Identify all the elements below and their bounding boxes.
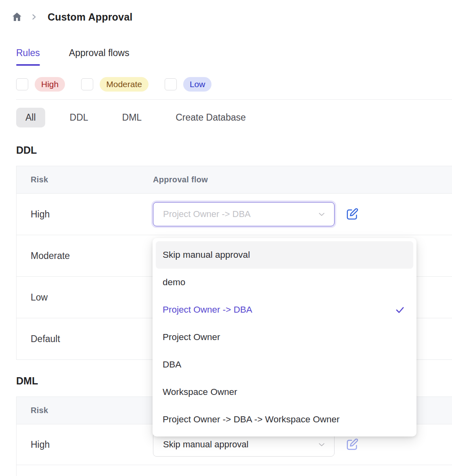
ddl-row-default-label: Default	[17, 334, 153, 344]
dml-col-risk: Risk	[17, 406, 153, 415]
dropdown-item-project-owner-dba[interactable]: Project Owner -> DBA	[156, 296, 413, 324]
active-tab-underline	[16, 64, 40, 66]
dropdown-item-dba[interactable]: DBA	[156, 351, 413, 378]
dml-row-high-label: High	[17, 439, 153, 450]
edit-pencil-icon	[345, 437, 359, 452]
category-ddl[interactable]: DDL	[61, 108, 98, 127]
dml-high-edit-flow-button[interactable]	[345, 437, 359, 452]
dml-row-next-clipped	[17, 465, 452, 476]
ddl-row-moderate-label: Moderate	[17, 251, 153, 261]
dropdown-item-workspace-owner[interactable]: Workspace Owner	[156, 378, 413, 406]
ddl-table-header: Risk Approval flow	[17, 166, 452, 194]
approval-flow-dropdown-menu: Skip manual approval demo Project Owner …	[153, 238, 416, 436]
tab-approval-flows[interactable]: Approval flows	[69, 48, 130, 66]
breadcrumb-chevron-icon	[30, 13, 38, 21]
moderate-badge: Moderate	[100, 77, 149, 92]
check-icon	[395, 305, 405, 315]
dropdown-item-project-owner-dba-workspace-owner[interactable]: Project Owner -> DBA -> Workspace Owner	[156, 406, 413, 433]
ddl-col-approval-flow: Approval flow	[153, 175, 208, 184]
dml-high-select-value: Skip manual approval	[163, 439, 249, 450]
tab-bar: Rules Approval flows	[16, 48, 452, 66]
home-icon[interactable]	[11, 11, 23, 23]
category-all[interactable]: All	[16, 108, 45, 127]
page-title: Custom Approval	[48, 11, 132, 23]
moderate-checkbox[interactable]	[81, 78, 93, 90]
ddl-high-edit-flow-button[interactable]	[345, 207, 359, 221]
category-filter-bar: All DDL DML Create Database	[16, 106, 452, 128]
edit-pencil-icon	[345, 207, 359, 221]
ddl-col-risk: Risk	[17, 175, 153, 184]
category-dml[interactable]: DML	[113, 108, 151, 127]
dropdown-item-skip-manual-approval[interactable]: Skip manual approval	[156, 241, 413, 269]
risk-filter-bar: High Moderate Low	[16, 77, 452, 92]
risk-filter-low: Low	[165, 77, 212, 92]
dropdown-item-demo[interactable]: demo	[156, 269, 413, 296]
filter-divider	[16, 99, 452, 100]
ddl-row-high-label: High	[17, 209, 153, 220]
ddl-high-select-value: Project Owner -> DBA	[163, 209, 251, 219]
chevron-down-icon	[317, 210, 326, 219]
chevron-down-icon	[317, 440, 326, 449]
low-checkbox[interactable]	[165, 78, 177, 90]
risk-filter-high: High	[16, 77, 65, 92]
ddl-section-title: DDL	[16, 144, 452, 156]
risk-filter-moderate: Moderate	[81, 77, 149, 92]
ddl-row-low-label: Low	[17, 292, 153, 303]
high-badge: High	[35, 77, 65, 92]
custom-approval-page: Custom Approval Rules Approval flows Hig…	[0, 0, 452, 476]
high-checkbox[interactable]	[16, 78, 28, 90]
dropdown-item-project-owner[interactable]: Project Owner	[156, 324, 413, 351]
ddl-row-high: High Project Owner -> DBA	[17, 194, 452, 235]
tab-approval-flows-label: Approval flows	[69, 48, 130, 58]
breadcrumb: Custom Approval	[0, 0, 452, 25]
low-badge: Low	[183, 77, 212, 92]
tab-rules-label: Rules	[16, 48, 40, 58]
category-create-database[interactable]: Create Database	[166, 108, 255, 127]
tab-rules[interactable]: Rules	[16, 48, 40, 66]
ddl-high-approval-flow-select[interactable]: Project Owner -> DBA	[153, 202, 335, 226]
